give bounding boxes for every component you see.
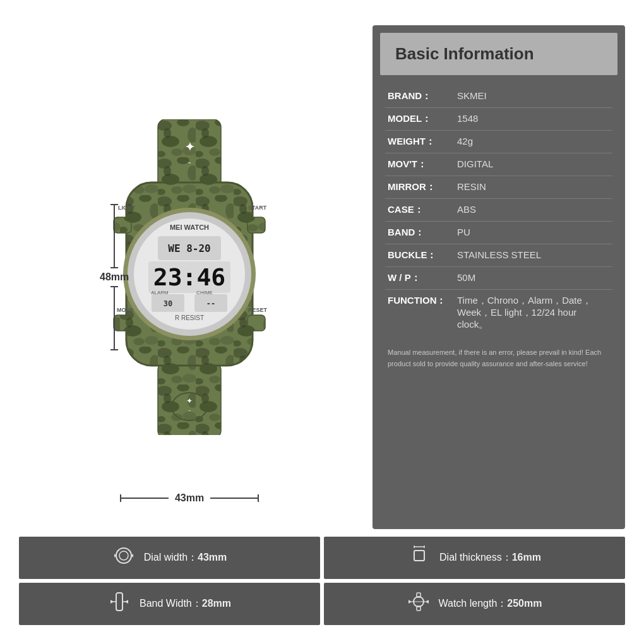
height-dimension: 48mm: [100, 271, 129, 283]
spec-label: BUCKLE：: [388, 249, 457, 261]
svg-rect-56: [116, 593, 122, 611]
spec-value: 42g: [457, 136, 610, 146]
metric-card: Watch length：250mm: [324, 583, 625, 625]
info-header: Basic Information: [380, 33, 617, 75]
metric-label-text: Dial width：: [144, 552, 198, 563]
metric-icon-1: [408, 544, 431, 571]
metric-value: 28mm: [202, 598, 231, 609]
metric-label: Dial width：43mm: [144, 551, 227, 564]
metric-icon-2: [108, 590, 131, 617]
watch-wrapper: 48mm: [82, 25, 297, 529]
svg-text:START: START: [248, 205, 267, 211]
top-section: 48mm: [19, 25, 625, 529]
metric-card: Band Width：28mm: [19, 583, 320, 625]
svg-marker-65: [408, 600, 412, 604]
svg-rect-52: [414, 551, 424, 561]
svg-text:30: 30: [164, 299, 172, 308]
spec-row: BRAND：SKMEI: [385, 85, 612, 108]
metric-label: Dial thickness：16mm: [439, 551, 541, 564]
metric-icon-3: [407, 590, 430, 617]
spec-row: W / P：50M: [385, 267, 612, 290]
spec-label: MIRROR：: [388, 181, 457, 193]
spec-value: RESIN: [457, 181, 610, 192]
info-note: Manual measurement, if there is an error…: [373, 342, 625, 379]
spec-label: MODEL：: [388, 113, 457, 125]
svg-rect-11: [158, 119, 221, 192]
info-panel: Basic Information BRAND：SKMEIMODEL：1548W…: [373, 25, 625, 529]
svg-text:~: ~: [188, 408, 191, 414]
metric-card: Dial thickness：16mm: [324, 537, 625, 579]
spec-value: Time，Chrono，Alarm，Date，Week，EL light，12/…: [457, 295, 610, 331]
spec-row: MIRROR：RESIN: [385, 176, 612, 199]
metric-label: Band Width：28mm: [140, 597, 231, 611]
svg-point-46: [116, 548, 131, 563]
spec-row: MOV'T：DIGITAL: [385, 153, 612, 176]
bottom-metrics: Dial width：43mm Dial thickness：16mm Band…: [19, 537, 625, 625]
svg-marker-66: [426, 600, 429, 604]
watch-section: 48mm: [19, 25, 360, 529]
spec-label: BAND：: [388, 227, 457, 239]
spec-label: CASE：: [388, 204, 457, 216]
svg-marker-59: [110, 600, 114, 604]
spec-label: FUNCTION：: [388, 295, 457, 307]
svg-rect-25: [247, 217, 265, 233]
metric-value: 43mm: [198, 552, 227, 563]
info-title: Basic Information: [395, 44, 534, 63]
specs-list: BRAND：SKMEIMODEL：1548WEIGHT：42gMOV'T：DIG…: [373, 83, 625, 342]
svg-text:ALARM: ALARM: [151, 290, 169, 295]
svg-text:--: --: [206, 299, 215, 308]
metric-label-text: Band Width：: [140, 598, 202, 609]
spec-label: MOV'T：: [388, 158, 457, 170]
spec-label: BRAND：: [388, 90, 457, 102]
spec-row: MODEL：1548: [385, 108, 612, 131]
main-container: 48mm: [0, 0, 644, 644]
spec-value: SKMEI: [457, 90, 610, 101]
spec-label: WEIGHT：: [388, 136, 457, 148]
metric-icon-0: [112, 544, 135, 571]
spec-value: 50M: [457, 272, 610, 283]
spec-value: 1548: [457, 113, 610, 124]
svg-rect-26: [247, 315, 265, 331]
metric-label-text: Dial thickness：: [439, 552, 512, 563]
svg-text:RESET: RESET: [248, 307, 268, 313]
spec-value: ABS: [457, 204, 610, 215]
spec-row: WEIGHT：42g: [385, 131, 612, 153]
svg-text:✦: ✦: [185, 141, 194, 153]
spec-row: CASE：ABS: [385, 199, 612, 222]
spec-value: DIGITAL: [457, 158, 610, 169]
svg-text:~: ~: [188, 160, 191, 166]
metric-value: 16mm: [512, 552, 541, 563]
spec-row: BAND：PU: [385, 222, 612, 244]
svg-text:23:46: 23:46: [153, 263, 225, 291]
svg-text:✦: ✦: [186, 397, 193, 405]
spec-label: W / P：: [388, 272, 457, 284]
spec-row: BUCKLE：STAINLESS STEEL: [385, 244, 612, 267]
svg-text:CHIME: CHIME: [196, 290, 213, 295]
spec-value: PU: [457, 227, 610, 237]
metric-card: Dial width：43mm: [19, 537, 320, 579]
svg-text:WE 8-20: WE 8-20: [168, 242, 210, 254]
metric-label: Watch length：250mm: [439, 597, 542, 611]
svg-text:MEI WATCH: MEI WATCH: [170, 224, 209, 231]
svg-text:R RESIST: R RESIST: [175, 314, 204, 321]
spec-value: STAINLESS STEEL: [457, 249, 610, 260]
svg-point-47: [119, 551, 128, 560]
metric-value: 250mm: [507, 598, 542, 609]
spec-row: FUNCTION：Time，Chrono，Alarm，Date，Week，EL …: [385, 290, 612, 336]
metric-label-text: Watch length：: [439, 598, 508, 609]
svg-marker-60: [125, 600, 128, 604]
width-dimension: 43mm: [169, 492, 210, 504]
